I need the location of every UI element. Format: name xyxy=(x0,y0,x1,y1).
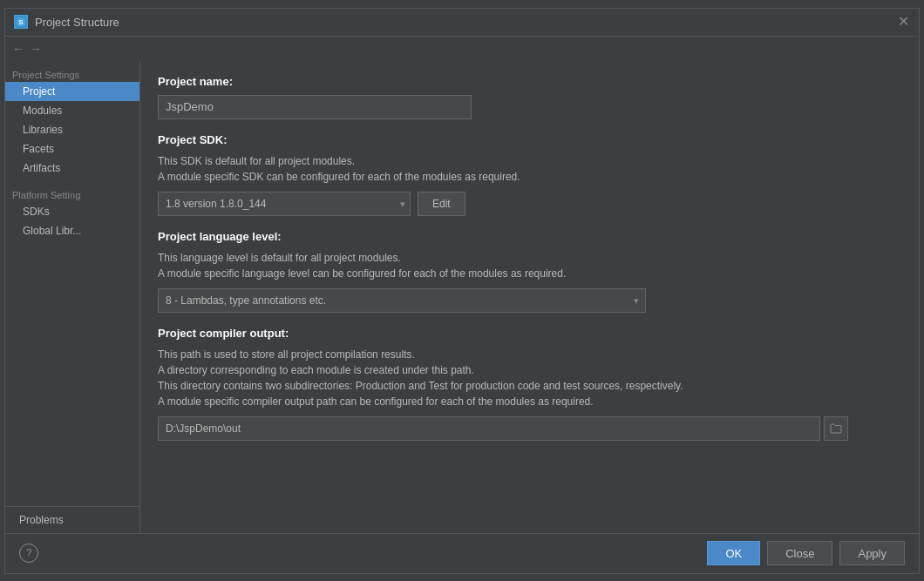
nav-bar: ← → xyxy=(5,37,919,61)
language-level-label: Project language level: xyxy=(158,230,901,243)
sidebar-item-libraries[interactable]: Libraries xyxy=(5,120,139,139)
sidebar-item-modules[interactable]: Modules xyxy=(5,101,139,120)
sdk-row: 1.8 version 1.8.0_144 Edit xyxy=(158,192,901,216)
compiler-output-description: This path is used to store all project c… xyxy=(158,347,901,409)
sidebar-item-project[interactable]: Project xyxy=(5,82,139,101)
sdk-edit-button[interactable]: Edit xyxy=(418,192,465,216)
sidebar-divider xyxy=(5,178,139,185)
sdk-section-label: Project SDK: xyxy=(158,133,901,146)
language-level-select[interactable]: 8 - Lambdas, type annotations etc. xyxy=(158,288,646,313)
project-name-input[interactable] xyxy=(158,95,472,119)
project-name-label: Project name: xyxy=(158,75,901,88)
dialog-title: Project Structure xyxy=(35,16,119,29)
title-bar: S Project Structure ✕ xyxy=(5,9,919,37)
sidebar-item-sdks[interactable]: SDKs xyxy=(5,202,139,221)
platform-settings-label: Platform Setting xyxy=(5,185,139,202)
sdk-description: This SDK is default for all project modu… xyxy=(158,153,901,185)
compiler-output-input[interactable] xyxy=(158,416,820,441)
ok-button[interactable]: OK xyxy=(707,541,760,565)
content-area: Project name: Project SDK: This SDK is d… xyxy=(140,61,919,533)
compiler-output-label: Project compiler output: xyxy=(158,327,901,340)
sidebar-item-problems[interactable]: Problems xyxy=(12,510,132,530)
close-footer-button[interactable]: Close xyxy=(767,541,832,565)
footer-left: ? xyxy=(19,544,38,563)
sidebar: Project Settings Project Modules Librari… xyxy=(5,61,140,533)
apply-button[interactable]: Apply xyxy=(839,541,905,565)
back-button[interactable]: ← xyxy=(12,42,24,56)
sdk-select[interactable]: 1.8 version 1.8.0_144 xyxy=(158,192,411,216)
sdk-select-wrapper: 1.8 version 1.8.0_144 xyxy=(158,192,411,216)
forward-button[interactable]: → xyxy=(30,42,42,56)
folder-icon xyxy=(830,422,842,435)
sidebar-bottom: Problems xyxy=(5,506,139,533)
sidebar-item-global-libraries[interactable]: Global Libr... xyxy=(5,221,139,240)
dialog-icon: S xyxy=(14,15,28,29)
help-button[interactable]: ? xyxy=(19,544,38,563)
svg-text:S: S xyxy=(18,18,24,26)
compiler-output-row xyxy=(158,416,901,441)
title-bar-left: S Project Structure xyxy=(14,15,119,29)
project-settings-label: Project Settings xyxy=(5,64,139,82)
project-structure-dialog: S Project Structure ✕ ← → Project Settin… xyxy=(4,8,920,574)
language-level-select-wrapper: 8 - Lambdas, type annotations etc. xyxy=(158,288,646,313)
footer: ? OK Close Apply xyxy=(5,533,919,573)
sidebar-item-artifacts[interactable]: Artifacts xyxy=(5,159,139,178)
sidebar-item-facets[interactable]: Facets xyxy=(5,139,139,159)
main-content: Project Settings Project Modules Librari… xyxy=(5,61,919,533)
close-button[interactable]: ✕ xyxy=(896,15,910,29)
compiler-output-folder-button[interactable] xyxy=(824,416,848,441)
language-level-description: This language level is default for all p… xyxy=(158,250,901,281)
